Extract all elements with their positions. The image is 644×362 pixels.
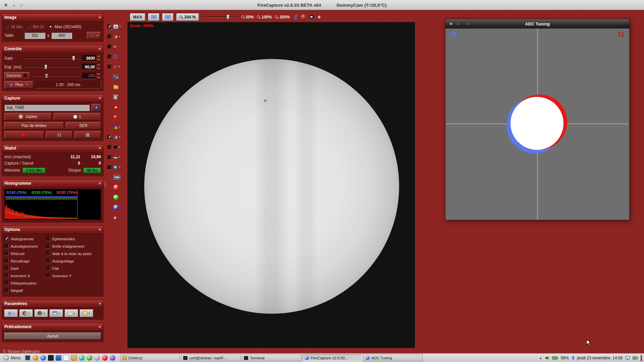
battery-icon[interactable] [552,356,558,360]
snapshot-button[interactable] [92,104,101,111]
exposure-spinner[interactable] [97,64,101,70]
gamma-slider-thumb[interactable] [45,73,48,78]
collapse-icon[interactable]: » [98,147,102,149]
apply-size-button[interactable]: → [87,32,101,39]
option-dark[interactable]: Dark [4,265,45,271]
stop-button[interactable] [74,131,101,138]
green-channel-button[interactable] [113,195,119,200]
fit-screen-button[interactable] [148,13,159,21]
browser-icon[interactable] [40,355,46,361]
zoom-value-button[interactable]: 244 % [176,13,199,21]
capture-preview[interactable]: Zoom: 244% [127,22,415,348]
file-manager-icon[interactable] [71,355,77,361]
dark-frame-button[interactable] [113,145,120,149]
capture-settings-tool-button[interactable] [113,75,118,79]
pause-button[interactable] [46,131,72,138]
zoom-slider-thumb[interactable] [226,14,229,19]
maximize-icon[interactable]: □ [467,22,469,25]
collapse-icon[interactable]: » [98,48,102,50]
office-icon[interactable] [110,355,115,361]
object-select-button[interactable]: Jupiter [4,113,52,120]
max-resolution-radio[interactable] [48,24,53,29]
color-settings-button[interactable] [19,309,33,317]
control-panel-header[interactable]: Contrôle » [2,45,103,53]
colorwheel2-toggle-checkbox[interactable] [107,135,112,139]
gamma-toggle-button[interactable]: Gamma [4,72,30,79]
zoom-50-button[interactable]: 50% [241,15,254,19]
globe-toggle-checkbox[interactable] [107,165,112,170]
display-settings-button[interactable] [50,309,63,317]
zoom-200-button[interactable]: 200% [275,15,290,19]
power-tray-icon[interactable] [633,356,638,360]
option-ephemerides[interactable]: Éphémérides [46,236,101,242]
option-histogramme[interactable]: Histogramme [4,236,45,242]
adc-tuning-window[interactable]: ✕ – □ ADC Tuning 01 11 [445,19,630,220]
color-tool-button[interactable] [113,35,121,39]
image-panel-header[interactable]: Image » [2,14,103,21]
collapse-icon[interactable]: » [98,16,102,19]
blue-channel-button[interactable] [113,205,119,210]
open-folder-button[interactable] [113,84,118,89]
gain-slider-thumb[interactable] [72,56,75,61]
histogram-panel-header[interactable]: Histogramme » [2,180,103,187]
preprocessing-none-button[interactable]: Aucun [4,333,101,340]
close-icon[interactable]: ✕ [449,22,452,26]
volume-icon[interactable] [545,356,549,360]
file-format-button[interactable]: SER [66,122,101,129]
gain-spinner[interactable] [97,55,101,61]
software-icon[interactable] [56,355,61,361]
camera-settings-button[interactable]: ⚙ [4,309,18,317]
option-autoguidage[interactable]: Autoguidage [46,258,101,264]
taskbar-window-firecapture[interactable]: FireCapture v2.6.03... [302,354,362,361]
magnifier-tool-button[interactable] [113,55,118,59]
option-inversion-y[interactable]: Inversion Y [46,273,101,279]
effects-toggle-checkbox[interactable] [107,65,112,69]
option-recadrage[interactable]: Recadrage [4,258,45,264]
options-panel-header[interactable]: Options » [2,226,103,234]
preprocessing-panel-header[interactable]: Prétraitement » [2,323,103,331]
bits16-checkbox[interactable] [4,24,9,29]
collapse-icon[interactable]: » [98,182,102,185]
gain-value[interactable]: 3600 [82,55,96,61]
firefox-icon[interactable] [33,355,38,361]
planet-preview-button[interactable] [301,14,306,19]
filter-select-button[interactable]: L [54,113,101,120]
debayer-tool-button[interactable] [113,125,121,129]
option-aide-mise-au-point[interactable]: Aide à la mise au point [46,251,101,256]
exposure-slider-thumb[interactable] [44,64,47,69]
bluetooth-icon[interactable] [572,356,575,360]
minimize-icon[interactable]: – [457,22,459,26]
histogram-tool-button[interactable] [113,24,121,29]
color-tool-2-button[interactable] [113,135,121,139]
parameters-panel-header[interactable]: Paramètres » [2,300,103,308]
effects-tool-button[interactable]: ✳ [113,65,120,69]
globe-tool-button[interactable] [113,165,121,170]
bin2x-checkbox[interactable] [26,24,31,29]
gamma-checkbox[interactable] [23,74,28,78]
terminal-icon[interactable] [48,355,54,361]
panel-edge-handle[interactable] [641,355,642,361]
red-channel-button[interactable] [113,185,119,190]
filename-input[interactable] [4,105,90,111]
settings-icon[interactable] [94,355,100,361]
messenger-icon[interactable] [79,355,85,361]
width-input[interactable] [24,33,45,39]
option-autoalignement[interactable]: Autoalignement [4,243,45,249]
taskbar-window-shell[interactable]: cyril@debian: /opt/F... [181,354,240,361]
show-desktop-icon[interactable] [25,355,31,361]
option-inversion-x[interactable]: Inversion X [4,273,45,279]
option-debayerisation[interactable]: Débayerisation [4,280,45,286]
exposure-slider[interactable] [24,64,80,70]
taskbar-window-videos[interactable]: [Vidéos] [120,354,180,361]
taskbar-window-adc[interactable]: ADC Tuning [363,354,423,361]
media-player-icon[interactable] [102,355,108,361]
gamma-spinner[interactable] [97,73,101,79]
max-zoom-button[interactable]: MAX [130,13,145,21]
flat-toggle-checkbox[interactable] [107,155,112,160]
notification-caret-icon[interactable]: ▲ [539,356,542,360]
taskbar-window-terminal[interactable]: Terminal [241,354,301,361]
zoom-slider[interactable] [202,14,238,20]
text-editor-icon[interactable] [63,355,69,361]
clock[interactable]: jeudi 23 novembre, 14:58 [577,356,623,360]
add-tool-button[interactable]: + [113,215,117,221]
